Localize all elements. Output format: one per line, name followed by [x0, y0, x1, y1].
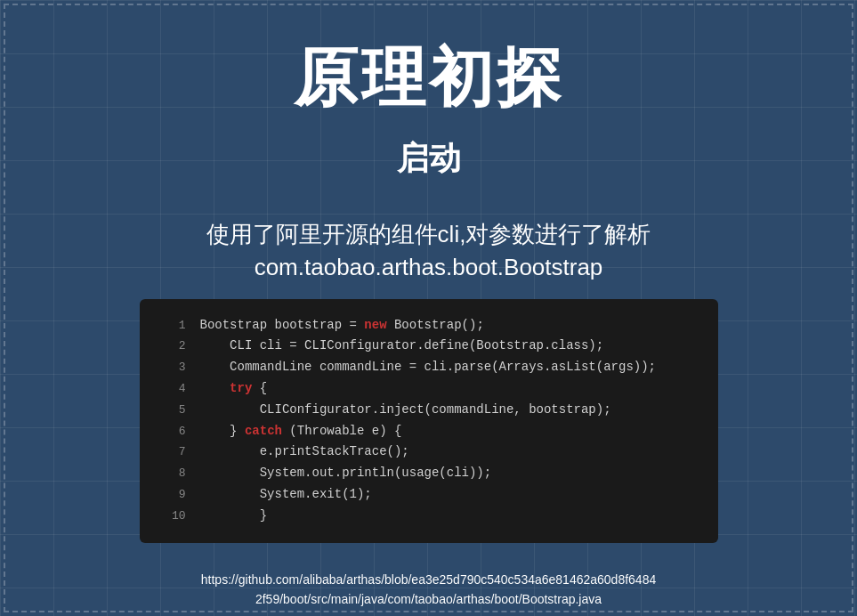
description-line1: 使用了阿里开源的组件cli,对参数进行了解析: [206, 216, 651, 254]
code-content-7: e.printStackTrace();: [200, 442, 409, 463]
footer-link: https://github.com/alibaba/arthas/blob/e…: [201, 570, 656, 610]
code-content-9: System.exit(1);: [200, 484, 372, 506]
code-content-8: System.out.println(usage(cli));: [200, 463, 492, 484]
code-content-2: CLI cli = CLIConfigurator.define(Bootstr…: [200, 336, 604, 357]
code-line-7: 7 e.printStackTrace();: [161, 442, 697, 463]
line-num-8: 8: [161, 464, 186, 483]
subtitle: 启动: [397, 137, 461, 181]
line-num-1: 1: [161, 316, 186, 336]
code-line-3: 3 CommandLine commandLine = cli.parse(Ar…: [161, 357, 697, 378]
code-line-9: 9 System.exit(1);: [161, 484, 697, 506]
line-num-5: 5: [161, 401, 186, 420]
page-title: 原理初探: [294, 36, 564, 121]
code-line-8: 8 System.out.println(usage(cli));: [161, 463, 697, 484]
code-line-10: 10 }: [161, 506, 697, 527]
code-content-10: }: [200, 506, 268, 527]
code-line-4: 4 try {: [161, 378, 697, 400]
code-content-4: try {: [200, 378, 268, 400]
line-num-10: 10: [161, 507, 186, 526]
line-num-7: 7: [161, 442, 186, 462]
code-content-3: CommandLine commandLine = cli.parse(Arra…: [200, 357, 656, 378]
line-num-9: 9: [161, 485, 186, 505]
code-content-6: } catch (Throwable e) {: [200, 421, 402, 442]
code-block: 1 Bootstrap bootstrap = new Bootstrap();…: [140, 299, 718, 543]
code-content-5: CLIConfigurator.inject(commandLine, boot…: [200, 400, 611, 421]
code-line-5: 5 CLIConfigurator.inject(commandLine, bo…: [161, 400, 697, 421]
code-line-2: 2 CLI cli = CLIConfigurator.define(Boots…: [161, 336, 697, 357]
line-num-3: 3: [161, 358, 186, 377]
code-content-1: Bootstrap bootstrap = new Bootstrap();: [200, 315, 484, 336]
code-line-6: 6 } catch (Throwable e) {: [161, 421, 697, 442]
footer-line2: 2f59/boot/src/main/java/com/taobao/artha…: [255, 592, 602, 606]
description-line2: com.taobao.arthas.boot.Bootstrap: [255, 254, 603, 281]
line-num-4: 4: [161, 379, 186, 399]
line-num-6: 6: [161, 422, 186, 442]
code-line-1: 1 Bootstrap bootstrap = new Bootstrap();: [161, 315, 697, 336]
footer-line1: https://github.com/alibaba/arthas/blob/e…: [201, 572, 656, 587]
line-num-2: 2: [161, 336, 186, 356]
